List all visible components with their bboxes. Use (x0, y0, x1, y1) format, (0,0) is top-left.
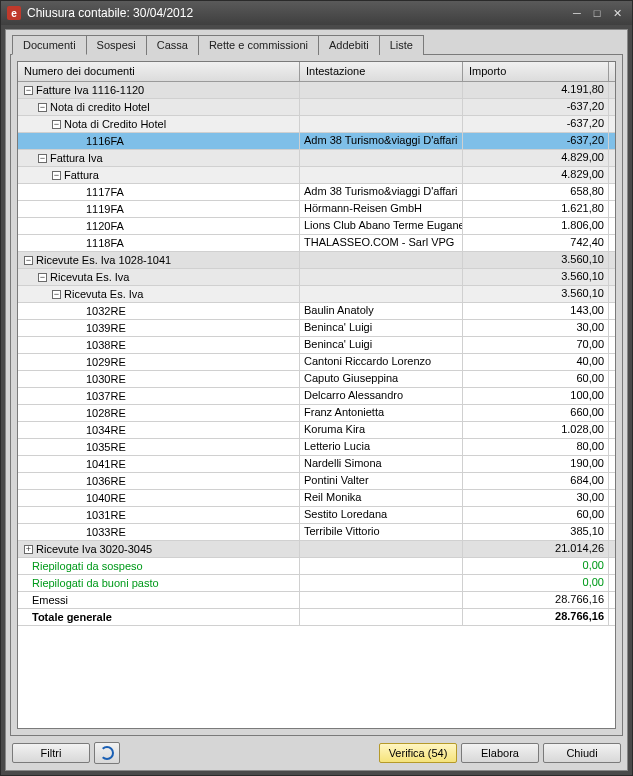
cell-intestazione (300, 609, 463, 625)
table-row[interactable]: +Ricevute Iva 3020-304521.014,26 (18, 541, 615, 558)
cell-intestazione: Beninca' Luigi (300, 337, 463, 353)
table-row[interactable]: 1038REBeninca' Luigi70,00 (18, 337, 615, 354)
filtri-button[interactable]: Filtri (12, 743, 90, 763)
cell-importo: 60,00 (463, 371, 609, 387)
cell-intestazione (300, 575, 463, 591)
cell-doc: 1120FA (18, 218, 300, 234)
cell-intestazione: Terribile Vittorio (300, 524, 463, 540)
table-row[interactable]: 1037REDelcarro Alessandro100,00 (18, 388, 615, 405)
table-row[interactable]: 1116FAAdm 38 Turismo&viaggi D'affari-637… (18, 133, 615, 150)
expand-icon[interactable]: + (24, 545, 33, 554)
cell-doc: 1033RE (18, 524, 300, 540)
table-row[interactable]: 1120FALions Club Abano Terme Euganee1.80… (18, 218, 615, 235)
close-button[interactable]: ✕ (608, 6, 626, 20)
table-row[interactable]: 1035RELetterio Lucia80,00 (18, 439, 615, 456)
doc-label: Fattura Iva (50, 152, 103, 164)
table-row[interactable]: Riepilogati da sospeso0,00 (18, 558, 615, 575)
table-row[interactable]: 1117FAAdm 38 Turismo&viaggi D'affari658,… (18, 184, 615, 201)
table-row[interactable]: −Nota di credito Hotel-637,20 (18, 99, 615, 116)
grid-body[interactable]: −Fatture Iva 1116-11204.191,80−Nota di c… (18, 82, 615, 728)
doc-label: Ricevuta Es. Iva (64, 288, 143, 300)
tab-documenti[interactable]: Documenti (12, 35, 87, 55)
tab-addebiti[interactable]: Addebiti (319, 35, 380, 55)
cell-doc: +Ricevute Iva 3020-3045 (18, 541, 300, 557)
cell-doc: −Fattura Iva (18, 150, 300, 166)
cell-importo: 30,00 (463, 490, 609, 506)
table-row[interactable]: −Fattura Iva4.829,00 (18, 150, 615, 167)
table-row[interactable]: 1040REReil Monika30,00 (18, 490, 615, 507)
doc-label: 1041RE (86, 458, 126, 470)
grid-header: Numero dei documenti Intestazione Import… (18, 62, 615, 82)
maximize-button[interactable]: □ (588, 6, 606, 20)
cell-doc: −Fattura (18, 167, 300, 183)
table-row[interactable]: 1029RECantoni Riccardo Lorenzo40,00 (18, 354, 615, 371)
minimize-button[interactable]: ─ (568, 6, 586, 20)
cell-doc: 1030RE (18, 371, 300, 387)
table-row[interactable]: Totale generale28.766,16 (18, 609, 615, 626)
collapse-icon[interactable]: − (52, 290, 61, 299)
table-row[interactable]: 1033RETerribile Vittorio385,10 (18, 524, 615, 541)
elabora-button[interactable]: Elabora (461, 743, 539, 763)
collapse-icon[interactable]: − (38, 154, 47, 163)
table-row[interactable]: −Ricevute Es. Iva 1028-10413.560,10 (18, 252, 615, 269)
doc-label: 1120FA (86, 220, 124, 232)
cell-doc: 1028RE (18, 405, 300, 421)
column-header-int[interactable]: Intestazione (300, 62, 463, 81)
table-row[interactable]: Emessi28.766,16 (18, 592, 615, 609)
cell-importo: 4.829,00 (463, 150, 609, 166)
table-row[interactable]: −Nota di Credito Hotel-637,20 (18, 116, 615, 133)
cell-intestazione: Reil Monika (300, 490, 463, 506)
table-row[interactable]: 1119FAHörmann-Reisen GmbH1.621,80 (18, 201, 615, 218)
cell-importo: 4.191,80 (463, 82, 609, 98)
table-row[interactable]: −Fattura4.829,00 (18, 167, 615, 184)
doc-label: 1033RE (86, 526, 126, 538)
column-header-doc[interactable]: Numero dei documenti (18, 62, 300, 81)
cell-importo: 660,00 (463, 405, 609, 421)
cell-importo: 0,00 (463, 558, 609, 574)
cell-doc: 1040RE (18, 490, 300, 506)
doc-label: Riepilogati da buoni pasto (32, 577, 159, 589)
table-row[interactable]: Riepilogati da buoni pasto0,00 (18, 575, 615, 592)
cell-importo: 100,00 (463, 388, 609, 404)
refresh-button[interactable] (94, 742, 120, 764)
table-row[interactable]: 1041RENardelli Simona190,00 (18, 456, 615, 473)
cell-importo: 190,00 (463, 456, 609, 472)
table-row[interactable]: 1028REFranz Antonietta660,00 (18, 405, 615, 422)
collapse-icon[interactable]: − (52, 120, 61, 129)
table-row[interactable]: −Ricevuta Es. Iva3.560,10 (18, 286, 615, 303)
cell-importo: 0,00 (463, 575, 609, 591)
table-row[interactable]: 1032REBaulin Anatoly143,00 (18, 303, 615, 320)
table-row[interactable]: 1031RESestito Loredana60,00 (18, 507, 615, 524)
collapse-icon[interactable]: − (52, 171, 61, 180)
tab-sospesi[interactable]: Sospesi (87, 35, 147, 55)
table-row[interactable]: 1030RECaputo Giuseppina60,00 (18, 371, 615, 388)
doc-label: Fattura (64, 169, 99, 181)
tab-liste[interactable]: Liste (380, 35, 424, 55)
verifica-button[interactable]: Verifica (54) (379, 743, 457, 763)
collapse-icon[interactable]: − (24, 256, 33, 265)
table-row[interactable]: −Fatture Iva 1116-11204.191,80 (18, 82, 615, 99)
cell-doc: 1038RE (18, 337, 300, 353)
doc-label: 1037RE (86, 390, 126, 402)
table-row[interactable]: 1034REKoruma Kira1.028,00 (18, 422, 615, 439)
table-row[interactable]: 1039REBeninca' Luigi30,00 (18, 320, 615, 337)
chiudi-button[interactable]: Chiudi (543, 743, 621, 763)
doc-label: Riepilogati da sospeso (32, 560, 143, 572)
column-header-imp[interactable]: Importo (463, 62, 609, 81)
cell-importo: 1.028,00 (463, 422, 609, 438)
collapse-icon[interactable]: − (24, 86, 33, 95)
cell-importo: 385,10 (463, 524, 609, 540)
cell-doc: −Ricevuta Es. Iva (18, 286, 300, 302)
tab-rette-e-commissioni[interactable]: Rette e commissioni (199, 35, 319, 55)
cell-doc: 1036RE (18, 473, 300, 489)
table-row[interactable]: −Ricevuta Es. Iva3.560,10 (18, 269, 615, 286)
doc-label: Ricevute Es. Iva 1028-1041 (36, 254, 171, 266)
tab-cassa[interactable]: Cassa (147, 35, 199, 55)
cell-intestazione: Beninca' Luigi (300, 320, 463, 336)
table-row[interactable]: 1036REPontini Valter684,00 (18, 473, 615, 490)
cell-doc: Totale generale (18, 609, 300, 625)
collapse-icon[interactable]: − (38, 103, 47, 112)
table-row[interactable]: 1118FATHALASSEO.COM - Sarl VPG742,40 (18, 235, 615, 252)
cell-intestazione (300, 252, 463, 268)
collapse-icon[interactable]: − (38, 273, 47, 282)
